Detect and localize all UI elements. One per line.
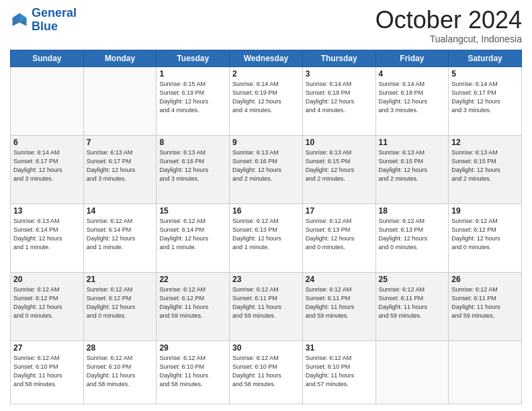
day-number: 10 bbox=[306, 138, 373, 147]
day-number: 22 bbox=[159, 275, 226, 284]
weekday-header: Sunday bbox=[11, 50, 84, 66]
day-number: 3 bbox=[306, 69, 373, 79]
day-number: 19 bbox=[451, 206, 519, 216]
calendar-day: 14Sunrise: 6:12 AMSunset: 6:14 PMDayligh… bbox=[83, 203, 157, 272]
calendar-week-row: 6Sunrise: 6:14 AMSunset: 6:17 PMDaylight… bbox=[11, 135, 522, 203]
day-number: 27 bbox=[13, 343, 81, 353]
calendar-day: 21Sunrise: 6:12 AMSunset: 6:12 PMDayligh… bbox=[83, 273, 157, 341]
empty-day bbox=[83, 66, 157, 135]
calendar-day: 31Sunrise: 6:12 AMSunset: 6:10 PMDayligh… bbox=[302, 341, 375, 404]
day-info: Sunrise: 6:14 AMSunset: 6:19 PMDaylight:… bbox=[232, 80, 300, 115]
calendar-day: 12Sunrise: 6:13 AMSunset: 6:15 PMDayligh… bbox=[449, 135, 522, 203]
day-number: 11 bbox=[379, 138, 446, 147]
calendar-day: 7Sunrise: 6:13 AMSunset: 6:17 PMDaylight… bbox=[83, 135, 157, 203]
calendar-week-row: 27Sunrise: 6:12 AMSunset: 6:10 PMDayligh… bbox=[11, 341, 522, 404]
calendar-week-row: 1Sunrise: 6:15 AMSunset: 6:19 PMDaylight… bbox=[11, 66, 522, 135]
day-number: 8 bbox=[159, 138, 226, 147]
calendar-day: 29Sunrise: 6:12 AMSunset: 6:10 PMDayligh… bbox=[157, 341, 230, 404]
day-number: 2 bbox=[232, 69, 300, 79]
weekday-header: Tuesday bbox=[157, 50, 230, 66]
day-info: Sunrise: 6:13 AMSunset: 6:15 PMDaylight:… bbox=[451, 148, 519, 183]
calendar-day: 17Sunrise: 6:12 AMSunset: 6:13 PMDayligh… bbox=[302, 203, 375, 272]
day-info: Sunrise: 6:12 AMSunset: 6:13 PMDaylight:… bbox=[306, 217, 373, 252]
day-info: Sunrise: 6:12 AMSunset: 6:10 PMDaylight:… bbox=[232, 354, 300, 389]
calendar-day: 16Sunrise: 6:12 AMSunset: 6:13 PMDayligh… bbox=[230, 203, 303, 272]
weekday-header: Thursday bbox=[302, 50, 375, 66]
calendar-day: 1Sunrise: 6:15 AMSunset: 6:19 PMDaylight… bbox=[157, 66, 230, 135]
day-number: 29 bbox=[159, 343, 226, 353]
day-number: 14 bbox=[87, 206, 154, 216]
day-info: Sunrise: 6:13 AMSunset: 6:15 PMDaylight:… bbox=[379, 148, 446, 183]
day-info: Sunrise: 6:15 AMSunset: 6:19 PMDaylight:… bbox=[159, 80, 226, 115]
day-number: 26 bbox=[451, 275, 519, 284]
calendar-day: 13Sunrise: 6:13 AMSunset: 6:14 PMDayligh… bbox=[11, 203, 84, 272]
day-number: 24 bbox=[306, 275, 373, 284]
month-title: October 2024 bbox=[375, 7, 522, 34]
day-info: Sunrise: 6:14 AMSunset: 6:18 PMDaylight:… bbox=[306, 80, 373, 115]
day-info: Sunrise: 6:12 AMSunset: 6:13 PMDaylight:… bbox=[379, 217, 446, 252]
calendar-header: SundayMondayTuesdayWednesdayThursdayFrid… bbox=[11, 50, 522, 66]
day-info: Sunrise: 6:12 AMSunset: 6:10 PMDaylight:… bbox=[87, 354, 154, 389]
day-info: Sunrise: 6:12 AMSunset: 6:11 PMDaylight:… bbox=[451, 285, 519, 320]
calendar-week-row: 13Sunrise: 6:13 AMSunset: 6:14 PMDayligh… bbox=[11, 203, 522, 272]
day-number: 17 bbox=[306, 206, 373, 216]
day-number: 21 bbox=[87, 275, 154, 284]
logo-general: General bbox=[32, 6, 77, 19]
calendar-body: 1Sunrise: 6:15 AMSunset: 6:19 PMDaylight… bbox=[11, 66, 522, 404]
day-info: Sunrise: 6:12 AMSunset: 6:11 PMDaylight:… bbox=[232, 285, 300, 320]
calendar-day: 20Sunrise: 6:12 AMSunset: 6:12 PMDayligh… bbox=[11, 273, 84, 341]
day-info: Sunrise: 6:12 AMSunset: 6:11 PMDaylight:… bbox=[379, 285, 446, 320]
empty-day bbox=[449, 341, 522, 404]
calendar-day: 27Sunrise: 6:12 AMSunset: 6:10 PMDayligh… bbox=[11, 341, 84, 404]
day-info: Sunrise: 6:12 AMSunset: 6:12 PMDaylight:… bbox=[13, 285, 81, 320]
calendar-day: 5Sunrise: 6:14 AMSunset: 6:17 PMDaylight… bbox=[449, 66, 522, 135]
day-number: 28 bbox=[87, 343, 154, 353]
calendar-day: 25Sunrise: 6:12 AMSunset: 6:11 PMDayligh… bbox=[375, 273, 449, 341]
location: Tualangcut, Indonesia bbox=[375, 34, 522, 44]
day-info: Sunrise: 6:12 AMSunset: 6:14 PMDaylight:… bbox=[87, 217, 154, 252]
header: General Blue October 2024 Tualangcut, In… bbox=[10, 7, 522, 44]
day-number: 30 bbox=[232, 343, 300, 353]
calendar-day: 4Sunrise: 6:14 AMSunset: 6:18 PMDaylight… bbox=[375, 66, 449, 135]
calendar-day: 2Sunrise: 6:14 AMSunset: 6:19 PMDaylight… bbox=[230, 66, 303, 135]
day-info: Sunrise: 6:13 AMSunset: 6:16 PMDaylight:… bbox=[159, 148, 226, 183]
title-block: October 2024 Tualangcut, Indonesia bbox=[375, 7, 522, 44]
logo-blue: Blue bbox=[32, 19, 58, 33]
day-info: Sunrise: 6:13 AMSunset: 6:17 PMDaylight:… bbox=[87, 148, 154, 183]
day-number: 16 bbox=[232, 206, 300, 216]
day-number: 1 bbox=[159, 69, 226, 79]
calendar-day: 22Sunrise: 6:12 AMSunset: 6:12 PMDayligh… bbox=[157, 273, 230, 341]
calendar-day: 6Sunrise: 6:14 AMSunset: 6:17 PMDaylight… bbox=[11, 135, 84, 203]
calendar-day: 24Sunrise: 6:12 AMSunset: 6:11 PMDayligh… bbox=[302, 273, 375, 341]
calendar-day: 18Sunrise: 6:12 AMSunset: 6:13 PMDayligh… bbox=[375, 203, 449, 272]
calendar-day: 26Sunrise: 6:12 AMSunset: 6:11 PMDayligh… bbox=[449, 273, 522, 341]
calendar-day: 9Sunrise: 6:13 AMSunset: 6:16 PMDaylight… bbox=[230, 135, 303, 203]
weekday-header: Wednesday bbox=[230, 50, 303, 66]
day-info: Sunrise: 6:13 AMSunset: 6:15 PMDaylight:… bbox=[306, 148, 373, 183]
day-info: Sunrise: 6:14 AMSunset: 6:17 PMDaylight:… bbox=[13, 148, 81, 183]
day-number: 31 bbox=[306, 343, 373, 353]
calendar-day: 8Sunrise: 6:13 AMSunset: 6:16 PMDaylight… bbox=[157, 135, 230, 203]
day-number: 12 bbox=[451, 138, 519, 147]
empty-day bbox=[375, 341, 449, 404]
day-number: 5 bbox=[451, 69, 519, 79]
calendar-day: 28Sunrise: 6:12 AMSunset: 6:10 PMDayligh… bbox=[83, 341, 157, 404]
weekday-header: Friday bbox=[375, 50, 449, 66]
weekday-header: Monday bbox=[83, 50, 157, 66]
day-info: Sunrise: 6:12 AMSunset: 6:12 PMDaylight:… bbox=[451, 217, 519, 252]
calendar-day: 15Sunrise: 6:12 AMSunset: 6:14 PMDayligh… bbox=[157, 203, 230, 272]
day-number: 13 bbox=[13, 206, 81, 216]
day-info: Sunrise: 6:12 AMSunset: 6:10 PMDaylight:… bbox=[13, 354, 81, 389]
day-info: Sunrise: 6:12 AMSunset: 6:13 PMDaylight:… bbox=[232, 217, 300, 252]
calendar-day: 30Sunrise: 6:12 AMSunset: 6:10 PMDayligh… bbox=[230, 341, 303, 404]
calendar-week-row: 20Sunrise: 6:12 AMSunset: 6:12 PMDayligh… bbox=[11, 273, 522, 341]
day-number: 20 bbox=[13, 275, 81, 284]
empty-day bbox=[11, 66, 84, 135]
calendar-table: SundayMondayTuesdayWednesdayThursdayFrid… bbox=[10, 50, 522, 404]
day-number: 6 bbox=[13, 138, 81, 147]
calendar-day: 3Sunrise: 6:14 AMSunset: 6:18 PMDaylight… bbox=[302, 66, 375, 135]
day-info: Sunrise: 6:12 AMSunset: 6:10 PMDaylight:… bbox=[159, 354, 226, 389]
day-number: 25 bbox=[379, 275, 446, 284]
day-number: 15 bbox=[159, 206, 226, 216]
calendar-day: 11Sunrise: 6:13 AMSunset: 6:15 PMDayligh… bbox=[375, 135, 449, 203]
